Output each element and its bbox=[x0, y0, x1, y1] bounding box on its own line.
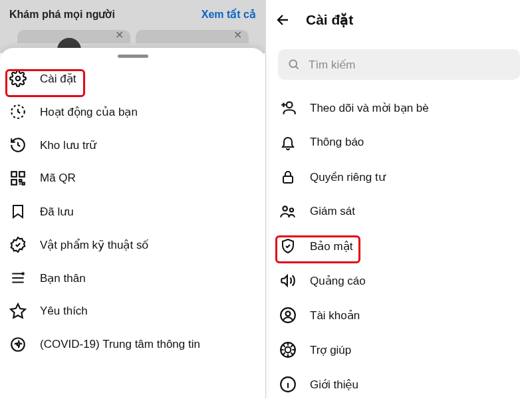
discover-title: Khám phá mọi người bbox=[9, 8, 115, 21]
menu-label: (COVID-19) Trung tâm thông tin bbox=[40, 338, 200, 351]
item-label: Bảo mật bbox=[310, 239, 352, 253]
back-button[interactable] bbox=[275, 12, 291, 28]
help-icon bbox=[278, 340, 298, 360]
item-account[interactable]: Tài khoản bbox=[278, 298, 520, 332]
left-panel: Khám phá mọi người Xem tất cả Cài đặt Ho… bbox=[0, 0, 266, 399]
menu-covid[interactable]: (COVID-19) Trung tâm thông tin bbox=[8, 328, 260, 361]
svg-point-9 bbox=[283, 206, 287, 211]
svg-point-7 bbox=[287, 102, 293, 108]
search-placeholder: Tìm kiếm bbox=[309, 58, 355, 72]
bottom-sheet: Cài đặt Hoạt động của bạn Kho lưu trữ Mã… bbox=[0, 48, 265, 399]
lock-icon bbox=[278, 167, 298, 187]
item-ads[interactable]: Quảng cáo bbox=[278, 263, 520, 298]
svg-point-14 bbox=[285, 347, 291, 353]
svg-rect-3 bbox=[19, 172, 25, 177]
see-all-link[interactable]: Xem tất cả bbox=[201, 8, 256, 21]
bell-icon bbox=[278, 132, 298, 152]
menu-label: Cài đặt bbox=[40, 72, 76, 86]
item-notifications[interactable]: Thông báo bbox=[278, 125, 520, 160]
menu-archive[interactable]: Kho lưu trữ bbox=[8, 128, 260, 162]
menu-label: Kho lưu trữ bbox=[40, 138, 96, 152]
item-about[interactable]: Giới thiệu bbox=[278, 367, 520, 399]
item-label: Quyền riêng tư bbox=[310, 170, 386, 184]
item-security[interactable]: Bảo mật bbox=[278, 229, 520, 263]
menu-activity[interactable]: Hoạt động của bạn bbox=[8, 95, 260, 128]
sheet-grabber[interactable] bbox=[118, 55, 148, 58]
svg-rect-8 bbox=[283, 176, 293, 183]
menu-label: Mã QR bbox=[40, 172, 76, 185]
star-icon bbox=[8, 301, 28, 321]
item-label: Tài khoản bbox=[310, 309, 360, 323]
menu-label: Đã lưu bbox=[40, 205, 74, 219]
item-help[interactable]: Trợ giúp bbox=[278, 332, 520, 367]
item-label: Giám sát bbox=[310, 205, 355, 218]
item-privacy[interactable]: Quyền riêng tư bbox=[278, 160, 520, 194]
settings-list: Theo dõi và mời bạn bè Thông báo Quyền r… bbox=[266, 86, 532, 399]
menu-close-friends[interactable]: Bạn thân bbox=[8, 261, 260, 295]
svg-point-0 bbox=[16, 76, 21, 81]
suggestion-card[interactable] bbox=[136, 30, 249, 43]
follow-invite-icon bbox=[278, 98, 298, 118]
svg-point-10 bbox=[290, 208, 293, 211]
suggestion-card[interactable] bbox=[17, 30, 130, 43]
menu-qr[interactable]: Mã QR bbox=[8, 162, 260, 195]
menu-settings[interactable]: Cài đặt bbox=[8, 62, 260, 95]
menu-saved[interactable]: Đã lưu bbox=[8, 195, 260, 228]
item-label: Giới thiệu bbox=[310, 378, 358, 392]
account-icon bbox=[278, 305, 298, 325]
item-label: Trợ giúp bbox=[310, 343, 351, 357]
menu-digital[interactable]: Vật phẩm kỹ thuật số bbox=[8, 228, 260, 261]
archive-icon bbox=[8, 135, 28, 155]
svg-rect-4 bbox=[11, 180, 17, 185]
settings-title: Cài đặt bbox=[306, 12, 353, 28]
item-supervision[interactable]: Giám sát bbox=[278, 194, 520, 229]
supervision-icon bbox=[278, 201, 298, 221]
shield-icon bbox=[278, 236, 298, 256]
svg-point-11 bbox=[281, 308, 295, 323]
megaphone-icon bbox=[278, 271, 298, 291]
item-label: Thông báo bbox=[310, 136, 364, 149]
right-panel: Cài đặt Tìm kiếm Theo dõi và mời bạn bè … bbox=[266, 0, 532, 399]
verified-icon bbox=[8, 235, 28, 255]
search-icon bbox=[287, 58, 301, 71]
svg-rect-2 bbox=[11, 172, 17, 177]
menu-favorites[interactable]: Yêu thích bbox=[8, 295, 260, 328]
qr-icon bbox=[8, 168, 28, 188]
menu-label: Vật phẩm kỹ thuật số bbox=[40, 238, 148, 252]
item-label: Theo dõi và mời bạn bè bbox=[310, 101, 429, 115]
sheet-menu: Cài đặt Hoạt động của bạn Kho lưu trữ Mã… bbox=[0, 61, 265, 368]
menu-label: Hoạt động của bạn bbox=[40, 105, 138, 119]
suggestion-cards bbox=[9, 30, 256, 43]
about-icon bbox=[278, 374, 298, 394]
menu-label: Bạn thân bbox=[40, 271, 86, 285]
svg-point-12 bbox=[286, 311, 291, 316]
item-label: Quảng cáo bbox=[310, 274, 366, 288]
activity-icon bbox=[8, 102, 28, 122]
right-header: Cài đặt bbox=[266, 0, 532, 40]
bookmark-icon bbox=[8, 201, 28, 221]
discover-header: Khám phá mọi người Xem tất cả bbox=[0, 0, 265, 53]
svg-point-6 bbox=[289, 60, 297, 67]
item-follow-invite[interactable]: Theo dõi và mời bạn bè bbox=[278, 90, 520, 125]
close-friends-icon bbox=[8, 268, 28, 288]
covid-icon bbox=[8, 334, 28, 354]
search-input[interactable]: Tìm kiếm bbox=[278, 49, 520, 80]
menu-label: Yêu thích bbox=[40, 305, 88, 318]
gear-icon bbox=[8, 68, 28, 88]
